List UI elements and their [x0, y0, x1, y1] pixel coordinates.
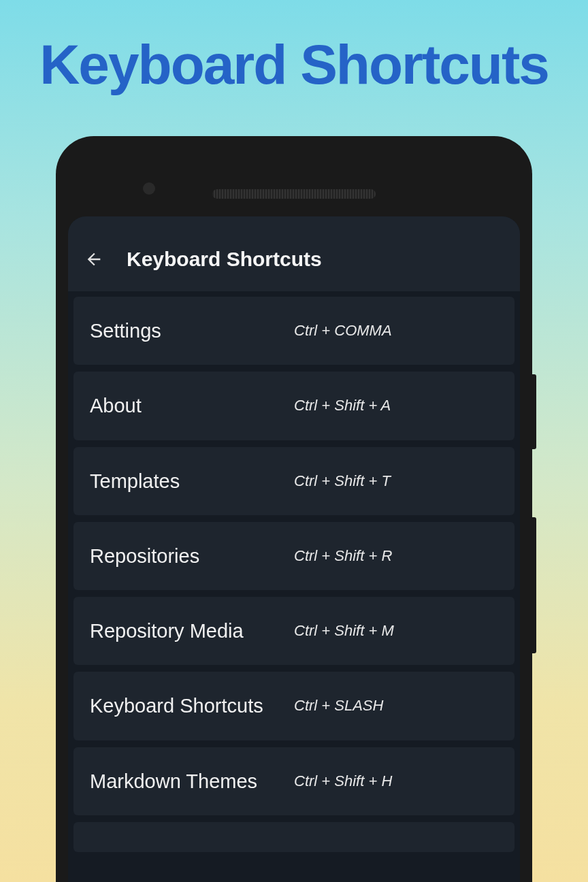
shortcut-label: Markdown Themes	[90, 769, 294, 794]
shortcut-label: Repositories	[90, 544, 294, 568]
shortcut-item-markdown-themes[interactable]: Markdown Themes Ctrl + Shift + H	[74, 747, 514, 815]
shortcut-keys: Ctrl + Shift + M	[294, 622, 498, 640]
page-title: Keyboard Shortcuts	[127, 248, 322, 271]
shortcut-label: Templates	[90, 469, 294, 493]
phone-side-button	[532, 374, 536, 449]
phone-mockup: Keyboard Shortcuts Settings Ctrl + COMMA…	[56, 136, 532, 882]
shortcut-item-settings[interactable]: Settings Ctrl + COMMA	[74, 297, 514, 365]
shortcut-keys: Ctrl + SLASH	[294, 697, 498, 715]
shortcut-label: Keyboard Shortcuts	[90, 693, 294, 718]
back-button[interactable]	[84, 250, 103, 269]
shortcut-item-repositories[interactable]: Repositories Ctrl + Shift + R	[74, 522, 514, 590]
shortcut-label: About	[90, 393, 294, 418]
phone-side-button	[532, 517, 536, 653]
arrow-left-icon	[84, 250, 103, 269]
camera-dot	[143, 182, 155, 195]
shortcut-keys: Ctrl + Shift + H	[294, 772, 498, 790]
screen: Keyboard Shortcuts Settings Ctrl + COMMA…	[68, 216, 520, 882]
shortcut-keys: Ctrl + Shift + A	[294, 397, 498, 414]
shortcut-keys: Ctrl + COMMA	[294, 322, 498, 340]
shortcut-item-templates[interactable]: Templates Ctrl + Shift + T	[74, 447, 514, 515]
phone-top	[68, 148, 520, 216]
shortcut-keys: Ctrl + Shift + R	[294, 547, 498, 565]
hero-title: Keyboard Shortcuts	[0, 0, 588, 97]
shortcut-keys: Ctrl + Shift + T	[294, 472, 498, 490]
status-bar	[68, 216, 520, 230]
shortcuts-list: Settings Ctrl + COMMA About Ctrl + Shift…	[68, 291, 520, 852]
app-bar: Keyboard Shortcuts	[68, 230, 520, 291]
shortcut-item-about[interactable]: About Ctrl + Shift + A	[74, 372, 514, 440]
phone-frame: Keyboard Shortcuts Settings Ctrl + COMMA…	[56, 136, 532, 882]
shortcut-item-repository-media[interactable]: Repository Media Ctrl + Shift + M	[74, 597, 514, 665]
shortcut-label: Settings	[90, 318, 294, 343]
speaker-grill	[212, 189, 376, 199]
shortcut-item-keyboard-shortcuts[interactable]: Keyboard Shortcuts Ctrl + SLASH	[74, 672, 514, 740]
shortcut-item-partial[interactable]	[74, 822, 514, 852]
shortcut-label: Repository Media	[90, 619, 294, 643]
